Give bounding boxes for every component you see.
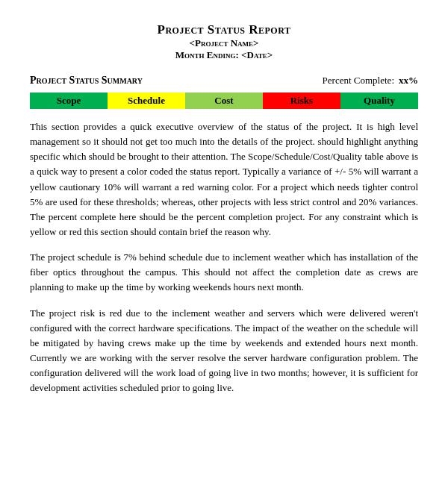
- report-header: Project Status Report <Project Name> Mon…: [30, 22, 418, 61]
- status-bar: Scope Schedule Cost Risks Quality: [30, 93, 418, 109]
- percent-value: xx%: [399, 75, 418, 87]
- paragraph-3: The project risk is red due to the incle…: [30, 306, 418, 396]
- status-risks: Risks: [263, 93, 340, 109]
- status-cost: Cost: [185, 93, 263, 109]
- status-scope: Scope: [30, 93, 108, 109]
- paragraph-2: The project schedule is 7% behind schedu…: [30, 250, 418, 295]
- report-project-name: <Project Name>: [30, 37, 418, 49]
- report-title: Project Status Report: [30, 22, 418, 37]
- percent-complete-row: Percent Complete: xx%: [323, 75, 418, 87]
- summary-title-row: Project Status Summary Percent Complete:…: [30, 75, 418, 87]
- percent-label: Percent Complete:: [323, 75, 394, 87]
- summary-section-title: Project Status Summary: [30, 75, 143, 87]
- paragraph-1: This section provides a quick executive …: [30, 119, 418, 240]
- status-quality: Quality: [340, 93, 418, 109]
- status-schedule: Schedule: [108, 93, 185, 109]
- report-month-ending: Month Ending: <Date>: [30, 49, 418, 61]
